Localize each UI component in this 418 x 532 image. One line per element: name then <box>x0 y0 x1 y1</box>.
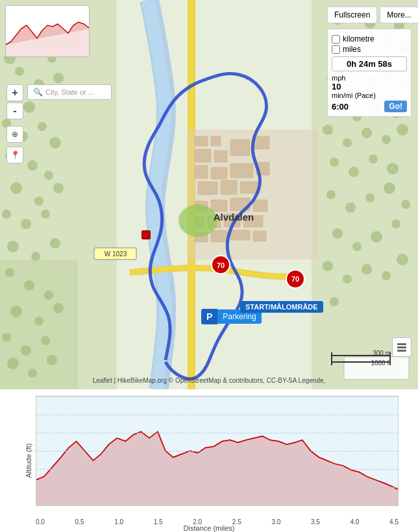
svg-point-30 <box>50 238 60 248</box>
svg-text:70: 70 <box>291 275 299 283</box>
pace-label: min/mi (Pace) <box>332 91 407 99</box>
svg-point-84 <box>330 297 339 306</box>
svg-rect-124 <box>397 343 406 345</box>
search-box[interactable]: 🔍 City, State or ... <box>27 84 112 100</box>
svg-point-111 <box>178 204 217 237</box>
svg-rect-126 <box>397 350 406 352</box>
svg-point-66 <box>330 158 339 167</box>
x-tick-1: 0.0 <box>36 518 45 526</box>
layers-icon <box>395 341 408 354</box>
location-button[interactable]: 📍 <box>6 147 23 163</box>
svg-text:Alvdalen: Alvdalen <box>214 212 254 223</box>
miles-checkbox[interactable] <box>332 45 340 54</box>
svg-point-42 <box>47 355 57 365</box>
x-tick-8: 3.5 <box>311 518 320 526</box>
svg-point-25 <box>2 210 11 219</box>
miles-label: miles <box>343 45 361 54</box>
pace-value: 6:00 <box>332 102 349 112</box>
svg-point-29 <box>31 252 40 261</box>
svg-rect-108 <box>211 230 227 242</box>
svg-rect-97 <box>221 180 237 195</box>
svg-point-40 <box>7 357 19 369</box>
svg-point-24 <box>53 183 64 193</box>
svg-point-62 <box>343 138 352 147</box>
speed-label: mph <box>332 74 407 82</box>
miles-row: miles <box>332 45 407 54</box>
svg-rect-93 <box>211 167 227 179</box>
svg-rect-90 <box>230 139 250 156</box>
chart-area: 765 760 755 750 745 740 735 <box>36 396 399 506</box>
svg-point-82 <box>382 271 391 280</box>
map-sidebar: Fullscreen More... kilometre miles 0h 24… <box>327 6 412 117</box>
svg-rect-94 <box>230 163 253 178</box>
x-axis-label: Distance (miles) <box>184 524 235 532</box>
svg-rect-86 <box>195 136 208 146</box>
zoom-in-button[interactable]: + <box>6 84 23 101</box>
svg-point-71 <box>345 202 356 213</box>
svg-rect-96 <box>198 182 217 195</box>
start-badge: START/MÅLOMRÅDE <box>240 301 323 313</box>
x-tick-7: 3.0 <box>271 518 280 526</box>
timer-display: 0h 24m 58s <box>332 56 407 71</box>
svg-rect-102 <box>253 200 267 212</box>
svg-rect-88 <box>195 149 211 162</box>
svg-rect-92 <box>195 165 208 178</box>
svg-point-76 <box>352 242 362 251</box>
layers-button[interactable] <box>392 337 412 357</box>
svg-point-79 <box>323 261 333 271</box>
svg-point-32 <box>24 280 34 291</box>
kilometre-checkbox[interactable] <box>332 35 340 43</box>
svg-point-69 <box>387 163 399 175</box>
go-button[interactable]: Go! <box>384 101 407 112</box>
grid-line-7 <box>36 505 398 506</box>
svg-point-18 <box>49 137 61 149</box>
search-placeholder: City, State or ... <box>45 88 94 96</box>
zoom-out-button[interactable]: - <box>6 103 23 119</box>
x-tick-9: 4.0 <box>350 518 360 526</box>
svg-rect-87 <box>211 136 221 146</box>
svg-point-37 <box>2 333 11 342</box>
svg-rect-109 <box>230 230 250 240</box>
map-container[interactable]: 70 70 W 1023 Alvdalen 🔍 City, State or .… <box>0 0 418 389</box>
mini-chart-svg <box>6 6 90 57</box>
x-tick-4: 1.5 <box>154 518 163 526</box>
svg-point-20 <box>27 160 38 171</box>
svg-point-68 <box>369 154 378 163</box>
fullscreen-button[interactable]: Fullscreen <box>327 6 377 23</box>
y-axis-label: Altitude (ft) <box>25 435 32 487</box>
svg-point-39 <box>41 336 50 345</box>
grid-line-6 <box>36 487 398 488</box>
route-marker <box>141 230 151 239</box>
top-buttons: Fullscreen More... <box>327 6 412 23</box>
search-icon: 🔍 <box>33 88 43 97</box>
svg-rect-100 <box>211 200 227 212</box>
svg-point-63 <box>362 128 372 138</box>
x-tick-10: 4.5 <box>389 518 399 526</box>
pace-row: 6:00 Go! <box>332 101 407 112</box>
elevation-chart-container: Altitude (ft) 765 760 755 750 745 740 73… <box>0 389 418 532</box>
svg-point-36 <box>53 303 64 313</box>
kilometre-row: kilometre <box>332 34 407 43</box>
map-left-controls: + - ⊕ 📍 <box>6 84 23 163</box>
svg-point-65 <box>397 124 408 136</box>
svg-point-21 <box>44 171 53 180</box>
svg-point-9 <box>15 67 24 76</box>
svg-point-23 <box>34 197 43 206</box>
grid-line-1 <box>36 396 398 397</box>
svg-point-74 <box>401 200 410 209</box>
attribution: Leaflet | HikeBikeMap.org © OpenStreetMa… <box>0 377 418 384</box>
grid-line-4 <box>36 451 398 452</box>
svg-point-14 <box>53 73 64 83</box>
more-button[interactable]: More... <box>380 6 418 23</box>
svg-point-75 <box>332 228 343 239</box>
svg-point-81 <box>362 264 372 274</box>
svg-point-70 <box>326 190 336 199</box>
svg-rect-89 <box>214 151 227 162</box>
svg-point-78 <box>391 219 400 228</box>
svg-point-17 <box>38 122 47 131</box>
grid-line-3 <box>36 433 398 433</box>
crosshair-button[interactable]: ⊕ <box>6 126 23 143</box>
svg-point-61 <box>323 125 333 135</box>
scale-feet: 1000 ft <box>371 359 391 367</box>
svg-point-27 <box>41 210 50 219</box>
